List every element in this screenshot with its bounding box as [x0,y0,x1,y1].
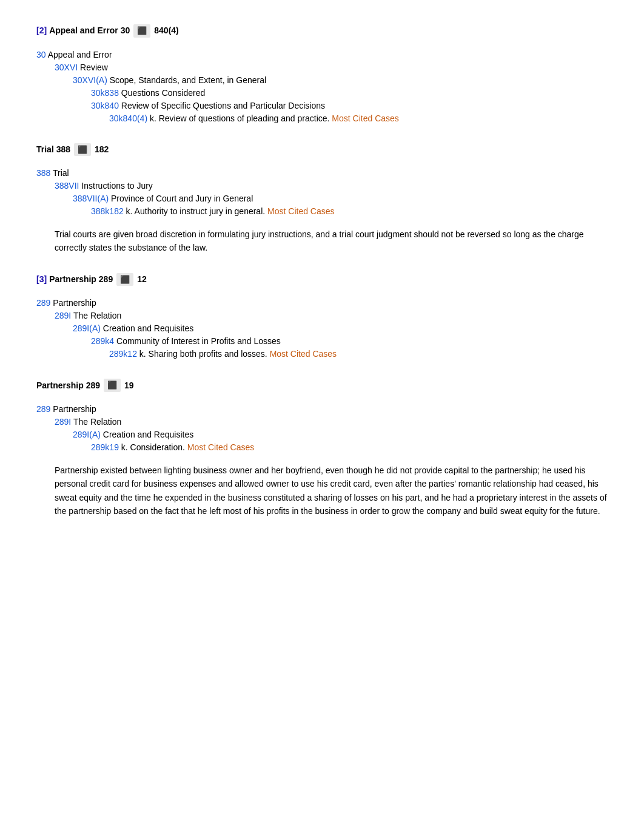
text-trial: Trial [53,168,69,178]
section-trial-key-badge: ⬛ [74,143,91,157]
text-authority-instruct: k. Authority to instruct jury in general… [126,206,267,216]
section-2-key-badge: ⬛ [133,24,150,38]
section-trial-hierarchy: 388 Trial 388VII Instructions to Jury 38… [36,167,608,218]
hierarchy-item: 30 Appeal and Error [36,49,608,61]
text-the-relation-1: The Relation [73,311,121,320]
link-289k4[interactable]: 289k4 [91,336,114,346]
section-3-title: Partnership 289 [49,273,113,286]
section-2-topic-number: 30 [121,24,130,37]
hierarchy-item: 388VII(A) Province of Court and Jury in … [73,192,608,205]
text-creation-req-1: Creation and Requisites [103,323,193,333]
hierarchy-item: 30k838 Questions Considered [91,87,608,100]
section-partnership-19: Partnership 289 ⬛ 19 289 Partnership 289… [36,379,608,518]
text-questions-considered: Questions Considered [121,88,206,98]
hierarchy-item: 289 Partnership [36,403,608,416]
section-trial-key-number: 182 [95,143,109,156]
link-30[interactable]: 30 [36,50,46,59]
text-partnership-2: Partnership [53,404,96,414]
text-province-court: Province of Court and Jury in General [111,194,253,203]
link-388k182[interactable]: 388k182 [91,206,124,216]
section-2-header: [2] Appeal and Error 30 ⬛ 840(4) [36,24,608,38]
most-cited-cases-link-3[interactable]: Most Cited Cases [270,349,337,359]
text-sharing-profits: k. Sharing both profits and losses. [139,349,270,359]
section-2-key-number: 840(4) [154,24,178,37]
section-trial: Trial 388 ⬛ 182 388 Trial 388VII Instruc… [36,143,608,255]
section-3-partnership: [3] Partnership 289 ⬛ 12 289 Partnership… [36,273,608,361]
section-2-bracket-link[interactable]: [2] [36,24,47,37]
text-instructions-jury: Instructions to Jury [81,181,153,191]
most-cited-cases-link-1[interactable]: Most Cited Cases [332,113,398,123]
hierarchy-item: 30k840(4) k. Review of questions of plea… [109,112,608,125]
hierarchy-item: 388 Trial [36,167,608,180]
section-3-hierarchy: 289 Partnership 289I The Relation 289I(A… [36,297,608,360]
section-3-bracket-link[interactable]: [3] [36,273,47,286]
hierarchy-item: 289k12 k. Sharing both profits and losse… [109,348,608,360]
section-partnership-19-key-number: 19 [124,379,134,392]
most-cited-cases-link-2[interactable]: Most Cited Cases [267,206,334,216]
section-2-appeal-error: [2] Appeal and Error 30 ⬛ 840(4) 30 Appe… [36,24,608,125]
partnership-summary-text: Partnership existed between lighting bus… [55,464,608,518]
hierarchy-item: 289 Partnership [36,297,608,309]
link-30XVI[interactable]: 30XVI [55,63,78,72]
link-289[interactable]: 289 [36,298,50,308]
hierarchy-item: 289k19 k. Consideration. Most Cited Case… [91,441,608,454]
text-review-specific: Review of Specific Questions and Particu… [121,101,325,110]
section-2-title: Appeal and Error [49,24,118,37]
text-the-relation-2: The Relation [73,417,121,427]
link-289IA[interactable]: 289I(A) [73,323,101,333]
link-30k840-4[interactable]: 30k840(4) [109,113,147,123]
text-review-pleading: k. Review of questions of pleading and p… [150,113,332,123]
section-trial-header: Trial 388 ⬛ 182 [36,143,608,157]
section-trial-title: Trial 388 [36,143,70,156]
section-partnership-19-hierarchy: 289 Partnership 289I The Relation 289I(A… [36,403,608,454]
text-consideration: k. Consideration. [121,442,187,452]
hierarchy-item: 30XVI(A) Scope, Standards, and Extent, i… [73,74,608,87]
section-3-key-badge: ⬛ [116,273,133,286]
link-289I-2[interactable]: 289I [55,417,71,427]
section-partnership-19-header: Partnership 289 ⬛ 19 [36,379,608,392]
section-2-hierarchy: 30 Appeal and Error 30XVI Review 30XVI(A… [36,49,608,125]
section-3-header: [3] Partnership 289 ⬛ 12 [36,273,608,286]
link-388VIIA[interactable]: 388VII(A) [73,194,109,203]
hierarchy-item: 289k4 Community of Interest in Profits a… [91,335,608,348]
link-388[interactable]: 388 [36,168,50,178]
link-30XVIA[interactable]: 30XVI(A) [73,75,107,85]
link-289k12[interactable]: 289k12 [109,349,137,359]
text-scope: Scope, Standards, and Extent, in General [110,75,266,85]
section-partnership-19-key-badge: ⬛ [104,379,121,392]
text-review: Review [80,63,108,72]
hierarchy-item: 30k840 Review of Specific Questions and … [91,100,608,112]
link-388VII[interactable]: 388VII [55,181,79,191]
hierarchy-item: 388VII Instructions to Jury [55,180,608,192]
hierarchy-item: 30XVI Review [55,61,608,74]
section-3-key-number: 12 [137,273,147,286]
hierarchy-item: 388k182 k. Authority to instruct jury in… [91,205,608,218]
text-creation-req-2: Creation and Requisites [103,430,193,439]
link-289I[interactable]: 289I [55,311,71,320]
link-289IA-2[interactable]: 289I(A) [73,430,101,439]
hierarchy-item: 289I(A) Creation and Requisites [73,322,608,335]
text-appeal-error: Appeal and Error [48,50,112,59]
link-289k19[interactable]: 289k19 [91,442,119,452]
section-partnership-19-title: Partnership 289 [36,379,100,392]
hierarchy-item: 289I The Relation [55,309,608,322]
link-30k840[interactable]: 30k840 [91,101,119,110]
hierarchy-item: 289I(A) Creation and Requisites [73,428,608,441]
most-cited-cases-link-4[interactable]: Most Cited Cases [187,442,254,452]
text-community-interest: Community of Interest in Profits and Los… [116,336,281,346]
link-30k838[interactable]: 30k838 [91,88,119,98]
text-partnership-1: Partnership [53,298,96,308]
link-289-2[interactable]: 289 [36,404,50,414]
hierarchy-item: 289I The Relation [55,416,608,428]
trial-summary-text: Trial courts are given broad discretion … [55,228,608,255]
